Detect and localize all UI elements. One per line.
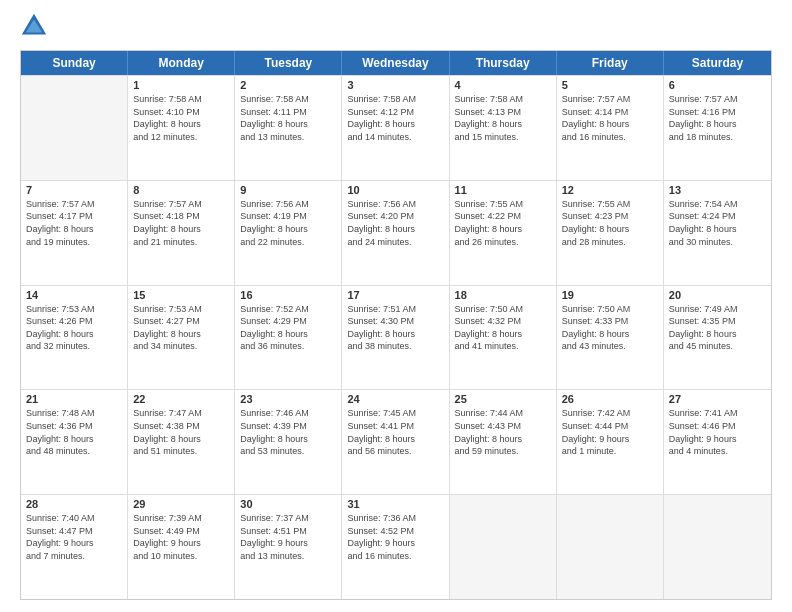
cal-cell: 5Sunrise: 7:57 AM Sunset: 4:14 PM Daylig… — [557, 76, 664, 180]
day-number: 17 — [347, 289, 443, 301]
day-number: 27 — [669, 393, 766, 405]
day-number: 11 — [455, 184, 551, 196]
day-number: 15 — [133, 289, 229, 301]
cal-cell: 17Sunrise: 7:51 AM Sunset: 4:30 PM Dayli… — [342, 286, 449, 390]
cal-header-sunday: Sunday — [21, 51, 128, 75]
cal-cell — [21, 76, 128, 180]
cal-header-monday: Monday — [128, 51, 235, 75]
day-info: Sunrise: 7:55 AM Sunset: 4:23 PM Dayligh… — [562, 198, 658, 248]
day-number: 19 — [562, 289, 658, 301]
day-number: 18 — [455, 289, 551, 301]
cal-week-2: 7Sunrise: 7:57 AM Sunset: 4:17 PM Daylig… — [21, 180, 771, 285]
day-info: Sunrise: 7:53 AM Sunset: 4:27 PM Dayligh… — [133, 303, 229, 353]
cal-header-wednesday: Wednesday — [342, 51, 449, 75]
logo-icon — [20, 12, 48, 40]
day-info: Sunrise: 7:50 AM Sunset: 4:33 PM Dayligh… — [562, 303, 658, 353]
page: SundayMondayTuesdayWednesdayThursdayFrid… — [0, 0, 792, 612]
cal-cell: 19Sunrise: 7:50 AM Sunset: 4:33 PM Dayli… — [557, 286, 664, 390]
cal-week-4: 21Sunrise: 7:48 AM Sunset: 4:36 PM Dayli… — [21, 389, 771, 494]
cal-cell: 2Sunrise: 7:58 AM Sunset: 4:11 PM Daylig… — [235, 76, 342, 180]
calendar-body: 1Sunrise: 7:58 AM Sunset: 4:10 PM Daylig… — [21, 75, 771, 599]
cal-cell: 14Sunrise: 7:53 AM Sunset: 4:26 PM Dayli… — [21, 286, 128, 390]
cal-cell: 16Sunrise: 7:52 AM Sunset: 4:29 PM Dayli… — [235, 286, 342, 390]
day-info: Sunrise: 7:58 AM Sunset: 4:13 PM Dayligh… — [455, 93, 551, 143]
cal-cell: 26Sunrise: 7:42 AM Sunset: 4:44 PM Dayli… — [557, 390, 664, 494]
day-info: Sunrise: 7:57 AM Sunset: 4:14 PM Dayligh… — [562, 93, 658, 143]
cal-cell: 8Sunrise: 7:57 AM Sunset: 4:18 PM Daylig… — [128, 181, 235, 285]
day-number: 4 — [455, 79, 551, 91]
cal-week-5: 28Sunrise: 7:40 AM Sunset: 4:47 PM Dayli… — [21, 494, 771, 599]
cal-cell — [557, 495, 664, 599]
day-info: Sunrise: 7:55 AM Sunset: 4:22 PM Dayligh… — [455, 198, 551, 248]
day-number: 16 — [240, 289, 336, 301]
cal-cell: 3Sunrise: 7:58 AM Sunset: 4:12 PM Daylig… — [342, 76, 449, 180]
cal-cell: 6Sunrise: 7:57 AM Sunset: 4:16 PM Daylig… — [664, 76, 771, 180]
day-number: 13 — [669, 184, 766, 196]
logo — [20, 16, 52, 40]
day-number: 22 — [133, 393, 229, 405]
cal-cell: 24Sunrise: 7:45 AM Sunset: 4:41 PM Dayli… — [342, 390, 449, 494]
day-number: 21 — [26, 393, 122, 405]
cal-cell: 1Sunrise: 7:58 AM Sunset: 4:10 PM Daylig… — [128, 76, 235, 180]
cal-cell: 10Sunrise: 7:56 AM Sunset: 4:20 PM Dayli… — [342, 181, 449, 285]
day-info: Sunrise: 7:51 AM Sunset: 4:30 PM Dayligh… — [347, 303, 443, 353]
cal-week-1: 1Sunrise: 7:58 AM Sunset: 4:10 PM Daylig… — [21, 75, 771, 180]
cal-cell: 22Sunrise: 7:47 AM Sunset: 4:38 PM Dayli… — [128, 390, 235, 494]
day-number: 10 — [347, 184, 443, 196]
day-info: Sunrise: 7:57 AM Sunset: 4:18 PM Dayligh… — [133, 198, 229, 248]
cal-cell: 7Sunrise: 7:57 AM Sunset: 4:17 PM Daylig… — [21, 181, 128, 285]
cal-header-friday: Friday — [557, 51, 664, 75]
day-number: 24 — [347, 393, 443, 405]
day-number: 12 — [562, 184, 658, 196]
cal-cell: 15Sunrise: 7:53 AM Sunset: 4:27 PM Dayli… — [128, 286, 235, 390]
day-info: Sunrise: 7:58 AM Sunset: 4:11 PM Dayligh… — [240, 93, 336, 143]
day-info: Sunrise: 7:40 AM Sunset: 4:47 PM Dayligh… — [26, 512, 122, 562]
cal-cell: 12Sunrise: 7:55 AM Sunset: 4:23 PM Dayli… — [557, 181, 664, 285]
cal-cell — [450, 495, 557, 599]
day-number: 29 — [133, 498, 229, 510]
cal-cell: 30Sunrise: 7:37 AM Sunset: 4:51 PM Dayli… — [235, 495, 342, 599]
day-info: Sunrise: 7:47 AM Sunset: 4:38 PM Dayligh… — [133, 407, 229, 457]
header — [20, 16, 772, 40]
cal-cell: 11Sunrise: 7:55 AM Sunset: 4:22 PM Dayli… — [450, 181, 557, 285]
day-info: Sunrise: 7:45 AM Sunset: 4:41 PM Dayligh… — [347, 407, 443, 457]
day-info: Sunrise: 7:42 AM Sunset: 4:44 PM Dayligh… — [562, 407, 658, 457]
day-number: 25 — [455, 393, 551, 405]
day-number: 6 — [669, 79, 766, 91]
cal-header-tuesday: Tuesday — [235, 51, 342, 75]
day-info: Sunrise: 7:58 AM Sunset: 4:12 PM Dayligh… — [347, 93, 443, 143]
cal-cell: 21Sunrise: 7:48 AM Sunset: 4:36 PM Dayli… — [21, 390, 128, 494]
day-number: 31 — [347, 498, 443, 510]
day-number: 14 — [26, 289, 122, 301]
cal-cell: 20Sunrise: 7:49 AM Sunset: 4:35 PM Dayli… — [664, 286, 771, 390]
cal-cell: 4Sunrise: 7:58 AM Sunset: 4:13 PM Daylig… — [450, 76, 557, 180]
cal-header-saturday: Saturday — [664, 51, 771, 75]
cal-cell: 13Sunrise: 7:54 AM Sunset: 4:24 PM Dayli… — [664, 181, 771, 285]
day-info: Sunrise: 7:49 AM Sunset: 4:35 PM Dayligh… — [669, 303, 766, 353]
day-number: 3 — [347, 79, 443, 91]
day-number: 5 — [562, 79, 658, 91]
cal-header-thursday: Thursday — [450, 51, 557, 75]
day-info: Sunrise: 7:52 AM Sunset: 4:29 PM Dayligh… — [240, 303, 336, 353]
day-number: 28 — [26, 498, 122, 510]
day-info: Sunrise: 7:44 AM Sunset: 4:43 PM Dayligh… — [455, 407, 551, 457]
cal-cell: 27Sunrise: 7:41 AM Sunset: 4:46 PM Dayli… — [664, 390, 771, 494]
day-number: 30 — [240, 498, 336, 510]
day-info: Sunrise: 7:41 AM Sunset: 4:46 PM Dayligh… — [669, 407, 766, 457]
day-info: Sunrise: 7:58 AM Sunset: 4:10 PM Dayligh… — [133, 93, 229, 143]
cal-cell — [664, 495, 771, 599]
day-number: 2 — [240, 79, 336, 91]
day-info: Sunrise: 7:46 AM Sunset: 4:39 PM Dayligh… — [240, 407, 336, 457]
cal-week-3: 14Sunrise: 7:53 AM Sunset: 4:26 PM Dayli… — [21, 285, 771, 390]
cal-cell: 28Sunrise: 7:40 AM Sunset: 4:47 PM Dayli… — [21, 495, 128, 599]
cal-cell: 25Sunrise: 7:44 AM Sunset: 4:43 PM Dayli… — [450, 390, 557, 494]
cal-cell: 29Sunrise: 7:39 AM Sunset: 4:49 PM Dayli… — [128, 495, 235, 599]
day-number: 8 — [133, 184, 229, 196]
day-number: 9 — [240, 184, 336, 196]
day-info: Sunrise: 7:36 AM Sunset: 4:52 PM Dayligh… — [347, 512, 443, 562]
day-info: Sunrise: 7:56 AM Sunset: 4:19 PM Dayligh… — [240, 198, 336, 248]
day-info: Sunrise: 7:57 AM Sunset: 4:17 PM Dayligh… — [26, 198, 122, 248]
day-info: Sunrise: 7:50 AM Sunset: 4:32 PM Dayligh… — [455, 303, 551, 353]
day-number: 20 — [669, 289, 766, 301]
day-info: Sunrise: 7:39 AM Sunset: 4:49 PM Dayligh… — [133, 512, 229, 562]
